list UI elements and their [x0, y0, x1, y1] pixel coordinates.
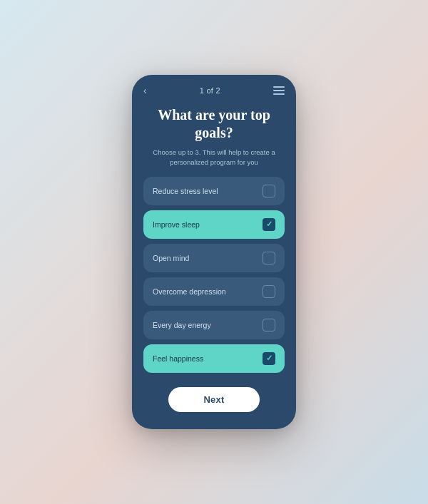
next-btn-wrapper: Next — [143, 386, 285, 412]
option-improve-sleep[interactable]: Improve sleep ✓ — [143, 210, 285, 239]
option-label: Open mind — [153, 254, 189, 262]
option-every-day-energy[interactable]: Every day energy — [143, 311, 285, 339]
checkbox-improve-sleep: ✓ — [263, 218, 275, 231]
menu-line-3 — [273, 93, 285, 95]
step-indicator: 1 of 2 — [200, 86, 220, 95]
option-overcome-depression[interactable]: Overcome depression — [143, 277, 285, 306]
option-label: Overcome depression — [153, 287, 226, 296]
checkbox-reduce-stress — [263, 185, 275, 197]
checkbox-feel-happiness: ✓ — [263, 352, 275, 365]
option-label: Reduce stress level — [153, 187, 218, 195]
page-title: What are your top goals? — [143, 106, 285, 142]
menu-line-2 — [273, 90, 285, 91]
option-label: Feel happiness — [153, 354, 203, 363]
phone-content: What are your top goals? Choose up to 3.… — [132, 102, 296, 412]
menu-icon[interactable] — [273, 86, 285, 95]
checkbox-every-day-energy — [263, 319, 275, 331]
phone-shell: ‹ 1 of 2 What are your top goals? Choose… — [132, 75, 296, 429]
checkbox-open-mind — [263, 252, 275, 264]
checkmark-icon: ✓ — [266, 354, 272, 363]
menu-line-1 — [273, 86, 285, 88]
page-subtitle: Choose up to 3. This will help to create… — [143, 148, 285, 167]
option-label: Every day energy — [153, 321, 211, 329]
option-label: Improve sleep — [153, 220, 200, 229]
checkmark-icon: ✓ — [266, 220, 272, 229]
back-button[interactable]: ‹ — [143, 85, 147, 96]
option-feel-happiness[interactable]: Feel happiness ✓ — [143, 344, 285, 373]
phone-header: ‹ 1 of 2 — [132, 75, 296, 102]
checkbox-overcome-depression — [263, 285, 275, 298]
option-reduce-stress[interactable]: Reduce stress level — [143, 177, 285, 205]
next-button[interactable]: Next — [168, 387, 260, 412]
options-list: Reduce stress level Improve sleep ✓ Open… — [143, 177, 285, 373]
option-open-mind[interactable]: Open mind — [143, 244, 285, 272]
